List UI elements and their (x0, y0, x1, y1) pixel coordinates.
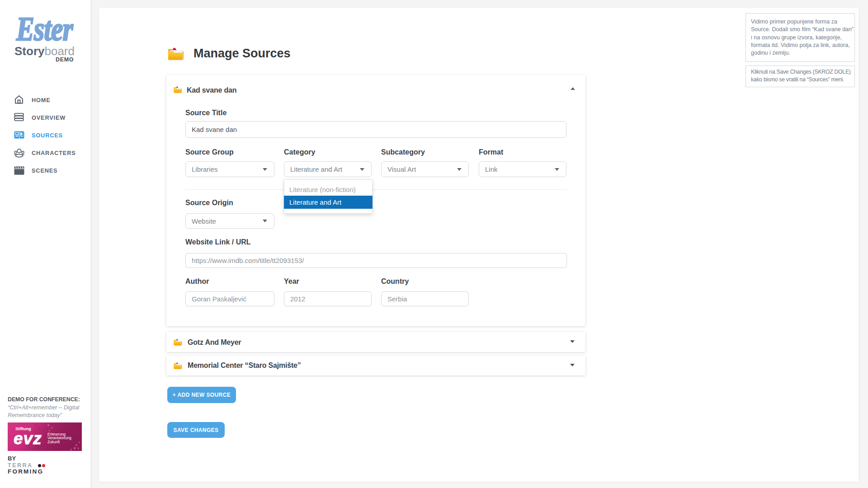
svg-text:evz: evz (14, 429, 42, 448)
svg-text:Ester: Ester (16, 13, 74, 44)
svg-text:Zukunft: Zukunft (47, 440, 60, 444)
